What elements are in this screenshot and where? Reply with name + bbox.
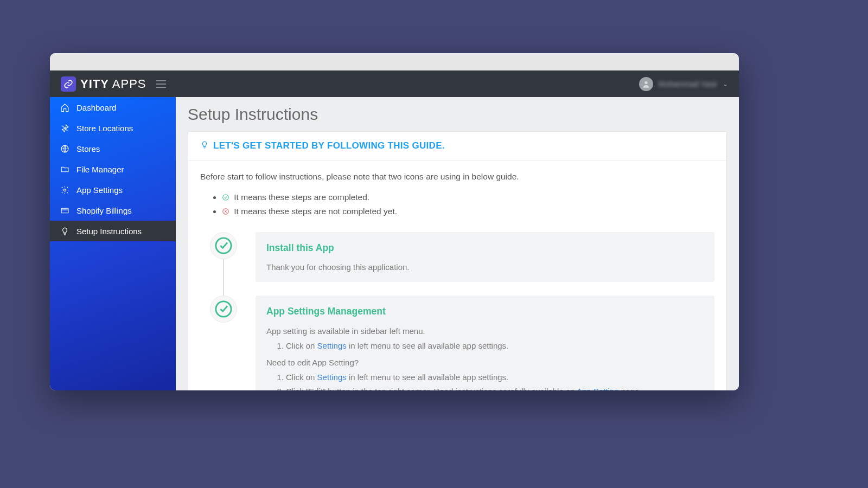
user-name: Muhammad Yasir <box>659 80 717 88</box>
topbar: YITY APPS Muhammad Yasir ⌄ <box>50 70 739 97</box>
avatar <box>639 77 653 91</box>
settings-link[interactable]: Settings <box>317 373 347 382</box>
svg-point-4 <box>223 195 229 201</box>
card-body: Before start to follow instructions, ple… <box>188 160 726 390</box>
instructions-card: LET'S GET STARTED BY FOLLOWING THIS GUID… <box>188 131 727 390</box>
nav-label: App Settings <box>76 185 123 195</box>
sidebar-item-shopify-billings[interactable]: Shopify Billings <box>50 200 176 221</box>
nav-label: Stores <box>76 144 100 153</box>
globe-icon <box>60 144 69 153</box>
nav-label: Setup Instructions <box>76 227 142 236</box>
home-icon <box>60 102 69 112</box>
window-titlebar <box>50 53 739 70</box>
sidebar-item-store-locations[interactable]: Store Locations <box>50 118 176 138</box>
check-circle-icon <box>214 300 233 318</box>
nav-label: Dashboard <box>76 103 116 112</box>
step-app-settings: App Settings Management App setting is a… <box>210 296 714 390</box>
step-status-icon <box>210 232 237 259</box>
sidebar-item-setup-instructions[interactable]: Setup Instructions <box>50 221 176 241</box>
link-icon <box>63 79 73 89</box>
steps-timeline: Install this App Thank you for choosing … <box>210 232 714 390</box>
nav-label: Shopify Billings <box>76 206 132 215</box>
sidebar-item-stores[interactable]: Stores <box>50 138 176 159</box>
nav-label: Store Locations <box>76 124 133 133</box>
brand-logo <box>61 76 76 92</box>
step-title: Install this App <box>266 241 704 255</box>
x-circle-icon <box>222 208 229 215</box>
card-header: LET'S GET STARTED BY FOLLOWING THIS GUID… <box>188 132 726 160</box>
svg-point-7 <box>216 301 231 317</box>
app-setting-link[interactable]: App Setting <box>577 387 619 390</box>
step-install-app: Install this App Thank you for choosing … <box>210 232 714 282</box>
settings-link[interactable]: Settings <box>317 341 347 350</box>
nav-label: File Manager <box>76 165 124 174</box>
pin-icon <box>60 123 69 133</box>
lightbulb-icon <box>200 140 209 151</box>
sidebar-item-app-settings[interactable]: App Settings <box>50 179 176 200</box>
page-title: Setup Instructions <box>176 97 739 131</box>
user-menu[interactable]: Muhammad Yasir ⌄ <box>639 77 728 91</box>
step-description: Thank you for choosing this application. <box>266 261 704 273</box>
icon-legend: It means these steps are completed. It m… <box>222 191 714 218</box>
main-content: Setup Instructions LET'S GET STARTED BY … <box>176 97 739 390</box>
svg-point-2 <box>63 189 66 191</box>
sidebar-item-file-manager[interactable]: File Manager <box>50 159 176 179</box>
brand-area: YITY APPS <box>61 76 166 92</box>
chevron-down-icon: ⌄ <box>723 80 728 88</box>
bulb-icon <box>60 226 69 236</box>
card-icon <box>60 206 69 215</box>
guide-title: LET'S GET STARTED BY FOLLOWING THIS GUID… <box>213 140 445 151</box>
check-circle-icon <box>214 236 233 255</box>
folder-icon <box>60 164 69 174</box>
hamburger-icon[interactable] <box>156 80 166 88</box>
step-content: Install this App Thank you for choosing … <box>256 232 714 282</box>
svg-point-0 <box>644 81 647 84</box>
legend-completed: It means these steps are completed. <box>222 191 714 204</box>
legend-not-completed: It means these steps are not completed y… <box>222 205 714 218</box>
step-title: App Settings Management <box>266 304 704 319</box>
svg-point-6 <box>216 238 231 253</box>
check-circle-icon <box>222 194 229 201</box>
sidebar-item-dashboard[interactable]: Dashboard <box>50 97 176 118</box>
person-icon <box>642 80 650 88</box>
step-description: App setting is available in sidebar left… <box>266 325 704 390</box>
app-window: YITY APPS Muhammad Yasir ⌄ Dashboard Sto… <box>50 53 739 390</box>
step-status-icon <box>210 296 237 323</box>
step-content: App Settings Management App setting is a… <box>256 296 714 390</box>
intro-text: Before start to follow instructions, ple… <box>200 170 714 183</box>
brand-text: YITY APPS <box>80 77 146 91</box>
svg-rect-3 <box>61 208 68 213</box>
gear-icon <box>60 185 69 195</box>
sidebar: Dashboard Store Locations Stores File Ma… <box>50 97 176 390</box>
body: Dashboard Store Locations Stores File Ma… <box>50 97 739 390</box>
